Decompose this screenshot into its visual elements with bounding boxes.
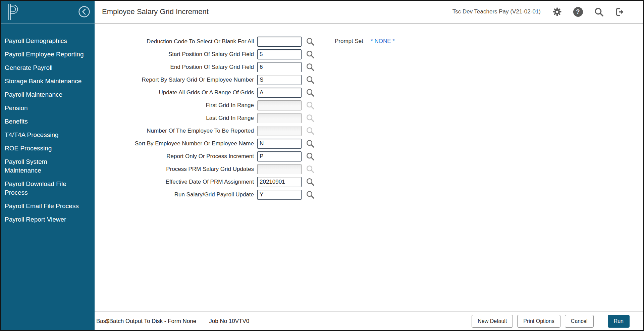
field-label: First Grid In Range <box>101 102 254 109</box>
magnifier-lookup-icon[interactable] <box>306 177 315 187</box>
field-input-number-of-the-employee-to-be-reported <box>257 126 302 136</box>
magnifier-lookup-icon[interactable] <box>306 152 315 161</box>
run-button[interactable]: Run <box>608 315 630 328</box>
search-button[interactable] <box>594 7 604 17</box>
sidebar-nav: Payroll DemographicsPayroll Employee Rep… <box>1 23 95 226</box>
field-label: Sort By Employee Number Or Employee Name <box>101 140 254 147</box>
sidebar-item-t4-t4a-processing[interactable]: T4/T4A Processing <box>1 128 95 142</box>
field-label: Start Position Of Salary Grid Field <box>101 51 254 58</box>
sidebar-item-payroll-employee-reporting[interactable]: Payroll Employee Reporting <box>1 48 95 61</box>
magnifier-lookup-icon <box>306 126 315 136</box>
sidebar: Payroll DemographicsPayroll Employee Rep… <box>1 1 95 330</box>
sidebar-item-payroll-system-maintenance[interactable]: Payroll System Maintenance <box>1 155 95 177</box>
magnifier-lookup-icon[interactable] <box>306 139 315 148</box>
prompt-set: Prompt Set * NONE * <box>335 38 395 45</box>
magnifier-lookup-icon[interactable] <box>306 88 315 97</box>
field-input-sort-by-employee-number-or-employee-name[interactable] <box>257 139 302 149</box>
field-label: Run Salary/Grid Payroll Update <box>101 191 254 198</box>
footer-job-number: Job No 10VTV0 <box>209 318 249 325</box>
search-icon <box>594 7 604 17</box>
collapse-sidebar-button[interactable] <box>78 6 90 18</box>
field-label: End Position Of Salary Grid Field <box>101 64 254 70</box>
form-row-last-grid-in-range: Last Grid In Range <box>101 113 643 123</box>
form-row-first-grid-in-range: First Grid In Range <box>101 100 643 110</box>
field-input-report-only-or-process-increment[interactable] <box>257 151 302 161</box>
sidebar-item-payroll-demographics[interactable]: Payroll Demographics <box>1 34 95 48</box>
cancel-button[interactable]: Cancel <box>565 315 594 328</box>
sidebar-item-generate-payroll[interactable]: Generate Payroll <box>1 61 95 75</box>
field-label: Report Only Or Process Increment <box>101 153 254 160</box>
print-options-button[interactable]: Print Options <box>517 315 560 328</box>
form-row-update-all-grids-or-a-range-of-grids: Update All Grids Or A Range Of Grids <box>101 88 643 98</box>
field-input-run-salary-grid-payroll-update[interactable] <box>257 190 302 200</box>
magnifier-lookup-icon[interactable] <box>306 37 315 46</box>
field-input-effective-date-of-prm-assignment[interactable] <box>257 177 302 187</box>
magnifier-lookup-icon[interactable] <box>306 62 315 72</box>
field-label: Number Of The Employee To Be Reported <box>101 128 254 134</box>
field-label: Deduction Code To Select Or Blank For Al… <box>101 38 254 45</box>
magnifier-lookup-icon <box>306 101 315 110</box>
field-label: Last Grid In Range <box>101 115 254 122</box>
footer-status-text: Bas$Batch Output To Disk - Form None <box>96 318 196 325</box>
form-panel: Deduction Code To Select Or Blank For Al… <box>95 24 643 312</box>
form-row-report-only-or-process-increment: Report Only Or Process Increment <box>101 151 643 161</box>
chevron-left-circle-icon <box>78 6 90 18</box>
magnifier-lookup-icon[interactable] <box>306 190 315 199</box>
form-row-process-prm-salary-grid-updates: Process PRM Salary Grid Updates <box>101 164 643 174</box>
field-input-last-grid-in-range <box>257 113 302 123</box>
page-title: Employee Salary Grid Increment <box>102 7 209 16</box>
magnifier-lookup-icon[interactable] <box>306 50 315 59</box>
form-rows: Deduction Code To Select Or Blank For Al… <box>95 24 643 200</box>
environment-label: Tsc Dev Teachers Pay (V21-02-01) <box>452 8 541 15</box>
sign-out-icon <box>614 7 625 17</box>
field-input-deduction-code-to-select-or-blank-for-all[interactable] <box>257 37 302 47</box>
field-label: Report By Salary Grid Or Employee Number <box>101 77 254 83</box>
field-input-start-position-of-salary-grid-field[interactable] <box>257 49 302 59</box>
field-input-report-by-salary-grid-or-employee-number[interactable] <box>257 75 302 85</box>
sidebar-item-benefits[interactable]: Benefits <box>1 115 95 128</box>
settings-button[interactable] <box>552 7 562 17</box>
field-input-first-grid-in-range <box>257 100 302 110</box>
sidebar-item-payroll-download-file-process[interactable]: Payroll Download File Process <box>1 177 95 199</box>
field-label: Process PRM Salary Grid Updates <box>101 166 254 173</box>
help-button[interactable]: ? <box>573 7 583 17</box>
footer-buttons: New DefaultPrint OptionsCancelRun <box>467 315 630 328</box>
help-icon: ? <box>573 7 583 17</box>
footer-bar: Bas$Batch Output To Disk - Form None Job… <box>95 312 643 330</box>
field-input-process-prm-salary-grid-updates <box>257 164 302 174</box>
magnifier-lookup-icon <box>306 164 315 174</box>
field-input-end-position-of-salary-grid-field[interactable] <box>257 62 302 72</box>
new-default-button[interactable]: New Default <box>472 315 513 328</box>
form-row-report-by-salary-grid-or-employee-number: Report By Salary Grid Or Employee Number <box>101 75 643 85</box>
form-row-effective-date-of-prm-assignment: Effective Date Of PRM Assignment <box>101 177 643 187</box>
prompt-set-label: Prompt Set <box>335 38 363 45</box>
sidebar-header <box>1 1 95 23</box>
form-row-run-salary-grid-payroll-update: Run Salary/Grid Payroll Update <box>101 190 643 200</box>
sidebar-item-payroll-email-file-process[interactable]: Payroll Email File Process <box>1 199 95 213</box>
form-row-sort-by-employee-number-or-employee-name: Sort By Employee Number Or Employee Name <box>101 139 643 149</box>
magnifier-lookup-icon[interactable] <box>306 75 315 85</box>
form-row-start-position-of-salary-grid-field: Start Position Of Salary Grid Field <box>101 49 643 59</box>
field-input-update-all-grids-or-a-range-of-grids[interactable] <box>257 88 302 98</box>
settings-icon <box>552 7 562 17</box>
header-actions: Tsc Dev Teachers Pay (V21-02-01) <box>452 7 625 17</box>
form-row-number-of-the-employee-to-be-reported: Number Of The Employee To Be Reported <box>101 126 643 136</box>
form-row-end-position-of-salary-grid-field: End Position Of Salary Grid Field <box>101 62 643 72</box>
field-label: Update All Grids Or A Range Of Grids <box>101 89 254 96</box>
page-header: Employee Salary Grid Increment Tsc Dev T… <box>95 1 643 24</box>
sidebar-item-pension[interactable]: Pension <box>1 101 95 115</box>
magnifier-lookup-icon <box>306 113 315 123</box>
app-window: Payroll DemographicsPayroll Employee Rep… <box>0 0 644 331</box>
sidebar-item-payroll-report-viewer[interactable]: Payroll Report Viewer <box>1 213 95 226</box>
sign-out-button[interactable] <box>614 7 625 17</box>
sidebar-item-storage-bank-maintenance[interactable]: Storage Bank Maintenance <box>1 75 95 88</box>
sidebar-item-payroll-maintenance[interactable]: Payroll Maintenance <box>1 88 95 101</box>
sidebar-item-roe-processing[interactable]: ROE Processing <box>1 142 95 155</box>
powerschool-logo-icon <box>6 4 20 22</box>
prompt-set-value-link[interactable]: * NONE * <box>371 38 395 45</box>
field-label: Effective Date Of PRM Assignment <box>101 179 254 185</box>
